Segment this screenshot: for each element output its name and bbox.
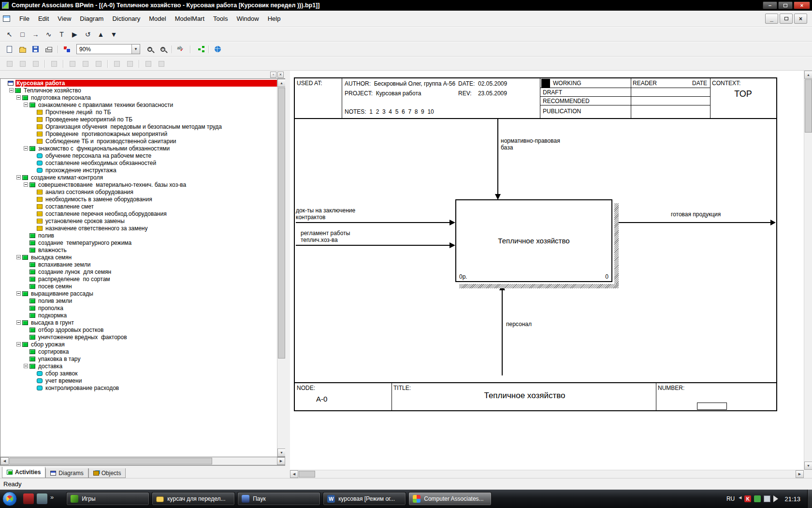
tree-item[interactable]: распределение по сортам <box>0 275 277 283</box>
scroll-left-button[interactable]: ◀ <box>290 470 298 478</box>
zoom-combobox[interactable]: 90% ▼ <box>76 44 140 54</box>
report-button[interactable] <box>61 44 73 55</box>
panel-splitter[interactable] <box>285 71 290 478</box>
tree-item[interactable]: влажность <box>0 246 277 254</box>
expander-icon[interactable] <box>9 88 14 92</box>
scroll-up-button[interactable]: ▲ <box>804 71 812 79</box>
mdi-child-icon[interactable] <box>3 15 10 22</box>
mon-tray-icon[interactable] <box>764 495 770 502</box>
go-to-child-diagram-tool[interactable]: ▼ <box>108 29 120 40</box>
tree-item[interactable]: назначение ответственного за замену <box>0 224 277 232</box>
tree-item[interactable]: совершенствование материально-технич. ба… <box>0 181 277 188</box>
tree-item[interactable]: ознакомление с правилами техники безопас… <box>0 101 277 108</box>
scroll-right-button[interactable]: ▶ <box>277 457 285 465</box>
menu-item-tools[interactable]: Tools <box>209 13 232 24</box>
tree-item[interactable]: высадка семян <box>0 254 277 261</box>
expander-icon[interactable] <box>24 182 28 187</box>
tree-item[interactable]: подкормка <box>0 312 277 319</box>
menu-item-file[interactable]: File <box>15 13 34 24</box>
text-tool[interactable]: T <box>56 29 68 40</box>
tree-item[interactable]: Соблюдение ТБ и производственной санитар… <box>0 137 277 145</box>
sync-icon[interactable] <box>37 493 47 504</box>
activity-box-tool[interactable]: □ <box>16 29 29 40</box>
tree-item[interactable]: знакомство с функциональными обязанностя… <box>0 145 277 152</box>
close-button[interactable]: × <box>794 1 810 9</box>
open-model-button[interactable] <box>16 44 29 55</box>
expander-icon[interactable] <box>24 146 28 150</box>
tree-item[interactable]: создание лунок для семян <box>0 268 277 275</box>
scroll-thumb[interactable] <box>805 79 812 133</box>
menu-item-window[interactable]: Window <box>232 13 263 24</box>
menu-item-model[interactable]: Model <box>145 13 170 24</box>
scroll-down-button[interactable]: ▼ <box>277 448 285 457</box>
go-to-parent-diagram-tool[interactable]: ▲ <box>95 29 107 40</box>
activity-box[interactable]: Тепличное хозяйство 0р. 0 <box>455 199 612 282</box>
web-publish-button[interactable] <box>212 44 224 55</box>
tree-horizontal-scrollbar[interactable]: ◀ ▶ <box>0 457 285 465</box>
tree-item[interactable]: сбор заявок <box>0 370 277 377</box>
output-arrow-label[interactable]: готовая продукция <box>671 211 721 218</box>
taskbar-button[interactable]: Computer Associates... <box>408 492 492 506</box>
control-arrow-label[interactable]: нормативно-правовая база <box>501 137 560 151</box>
chev-tray-icon[interactable]: ◀ <box>739 495 741 502</box>
taskbar-button[interactable]: курсач для передел... <box>152 492 235 506</box>
tree-item[interactable]: Проведение мероприятий по ТБ <box>0 116 277 123</box>
tree-item[interactable]: Курсовая работа <box>0 79 277 87</box>
panel-restore-button[interactable]: ▫ <box>270 72 276 78</box>
save-model-button[interactable] <box>29 44 42 55</box>
tree-item[interactable]: контролирование расходов <box>0 384 277 391</box>
tree-item[interactable]: анализ состояния оборудования <box>0 188 277 195</box>
zoom-custom-button[interactable] <box>157 44 169 55</box>
new-model-button[interactable] <box>3 44 15 55</box>
tree-item[interactable]: посев семян <box>0 283 277 290</box>
input-arrow-1-label[interactable]: док-ты на заключение контрактов <box>296 207 355 221</box>
tree-item[interactable]: Проведение противопожарных мероприятий <box>0 130 277 137</box>
tree-item[interactable]: Тепличное хозяйство <box>0 87 277 94</box>
print-button[interactable] <box>43 44 55 55</box>
menu-item-diagram[interactable]: Diagram <box>75 13 108 24</box>
tree-item[interactable]: полив <box>0 232 277 239</box>
zoom-in-button[interactable] <box>144 44 156 55</box>
expander-icon[interactable] <box>16 291 21 296</box>
green-tray-icon[interactable] <box>754 495 761 502</box>
tree-vertical-scrollbar[interactable]: ▲ ▼ <box>277 79 285 457</box>
scroll-thumb[interactable] <box>9 458 212 464</box>
scroll-up-button[interactable]: ▲ <box>277 79 285 87</box>
tree-item[interactable]: прохождение инструктажа <box>0 166 277 174</box>
tree-item[interactable]: подготовка персонала <box>0 94 277 101</box>
tab-objects[interactable]: Objects <box>88 468 126 478</box>
scroll-right-button[interactable]: ▶ <box>796 470 804 478</box>
go-to-sibling-diagram-tool[interactable]: ↺ <box>82 29 94 40</box>
taskbar-button[interactable]: Игры <box>66 492 149 506</box>
media-player-icon[interactable] <box>23 493 34 504</box>
menu-item-edit[interactable]: Edit <box>34 13 53 24</box>
diagram-horizontal-scrollbar[interactable]: ◀ ▶ <box>290 470 804 478</box>
diagram-dictionary-tool[interactable]: ▶ <box>69 29 81 40</box>
tree-item[interactable]: высадка в грунт <box>0 319 277 326</box>
quicklaunch-chevron[interactable]: » <box>50 493 54 504</box>
tree-item[interactable]: Прочтение леций по ТБ <box>0 108 277 116</box>
menu-item-dictionary[interactable]: Dictionary <box>108 13 145 24</box>
expander-icon[interactable] <box>16 175 21 179</box>
model-explorer-button[interactable] <box>193 44 205 55</box>
taskbar-button[interactable]: Паук <box>237 492 320 506</box>
menu-item-help[interactable]: Help <box>263 13 285 24</box>
pointer-tool[interactable]: ↖ <box>3 29 15 40</box>
vol-tray-icon[interactable] <box>773 495 782 502</box>
scroll-down-button[interactable]: ▼ <box>804 462 812 470</box>
taskbar-clock[interactable]: 21:13 <box>783 495 805 503</box>
expander-icon[interactable] <box>16 95 21 100</box>
diagram-vertical-scrollbar[interactable]: ▲ ▼ <box>804 71 812 470</box>
start-button[interactable] <box>0 490 19 508</box>
tree-item[interactable]: прополка <box>0 304 277 312</box>
tree-item[interactable]: составление смет <box>0 203 277 210</box>
tree-item[interactable]: отбор здоровых ростков <box>0 326 277 333</box>
tree-item[interactable]: вспахивание земли <box>0 261 277 268</box>
expander-icon[interactable] <box>16 320 21 325</box>
show-desktop-button[interactable] <box>807 490 812 508</box>
taskbar-button[interactable]: курсовая [Режим ог... <box>323 492 406 506</box>
tree-item[interactable]: создание климат-контроля <box>0 174 277 181</box>
tab-diagrams[interactable]: Diagrams <box>45 468 88 478</box>
expander-icon[interactable] <box>24 364 28 368</box>
tree-item[interactable]: составление перечня необход.оборудования <box>0 210 277 217</box>
